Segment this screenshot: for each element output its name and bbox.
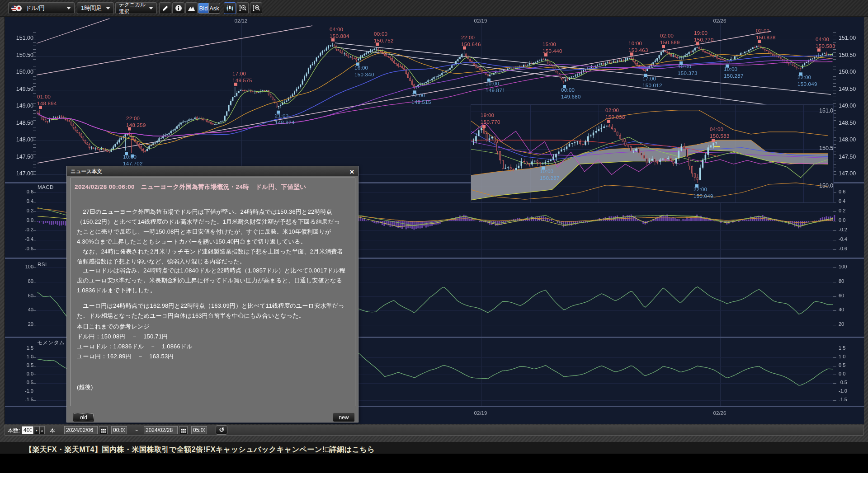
news-body-line: 度のユーロ安水準だった。米長期金利の上昇に伴ってドル買い圧力が高まると、日通し安…	[77, 277, 342, 285]
news-body-line: ドル円：150.08円 － 150.71円	[77, 333, 168, 341]
to-date-input[interactable]	[144, 426, 178, 434]
app-window: ドル/円 1時間足 テクニカル選択 Bid Ask	[0, 0, 868, 488]
toolbar: ドル/円 1時間足 テクニカル選択 Bid Ask	[0, 0, 868, 17]
news-body-line: たことに売りで反応し、一時150.08円と本日安値を付けたが、すぐに反発。米10…	[77, 228, 331, 236]
news-body-line: ユーロ円：162.89円 － 163.53円	[77, 352, 174, 361]
reload-button[interactable]: ↺	[216, 425, 227, 435]
bar-count-label: 本数:	[8, 427, 20, 435]
news-body-line: ユーロ円は24時時点では162.98円と22時時点（163.09円）と比べて11…	[77, 302, 344, 310]
news-body-line: 27日のニューヨーク外国為替市場でドル円は下値が堅い。24時時点では150.36…	[77, 208, 332, 216]
bar-unit-label: 本	[50, 427, 55, 435]
news-body-line: なお、24時に発表された2月米リッチモンド連銀製造業指数は予想を上回った半面、2…	[77, 248, 343, 256]
news-body-line: 4.30%台まで上昇したこともショートカバーを誘い150.40円台まで切り返して…	[77, 238, 307, 246]
from-time-input[interactable]	[111, 426, 127, 434]
news-body-line: （150.22円）と比べて14銭程度のドル高水準だった。1月米耐久財受注額が予想…	[77, 218, 340, 226]
campaign-banner-text: 【楽天FX・楽天MT4】国内株・米国株取引で全額2倍!FXキャッシュバックキャン…	[25, 445, 375, 454]
ask-button[interactable]: Ask	[209, 3, 220, 14]
zoom-out-vertical-button[interactable]	[236, 2, 249, 14]
to-time-input[interactable]	[191, 426, 207, 434]
news-body-line: 本日これまでの参考レンジ	[77, 323, 150, 331]
zoom-in-icon	[252, 5, 260, 12]
info-icon	[175, 5, 182, 12]
calendar-icon	[101, 427, 106, 433]
new-news-button[interactable]: new	[333, 413, 355, 422]
chart-range-bar: 本数: ▼ ▲ 本 ~ ↺	[5, 425, 863, 436]
calendar-icon	[181, 427, 186, 433]
news-body-line: 信頼感指数は予想より弱いなど、強弱入り混じる内容だった。	[77, 258, 245, 266]
currency-pair-label: ドル/円	[25, 4, 45, 12]
range-tilde: ~	[135, 427, 138, 433]
currency-pair-select[interactable]: ドル/円	[8, 2, 75, 14]
bottom-black-area	[0, 454, 868, 473]
old-news-button[interactable]: old	[73, 413, 94, 422]
news-headline: 2024/02/28 00:06:00 ニューヨーク外国為替市場概況・24時 ド…	[75, 183, 306, 191]
zoom-out-icon	[239, 5, 247, 12]
chevron-down-icon	[106, 7, 110, 9]
news-popup-titlebar[interactable]: ニュース本文 ✕	[67, 166, 358, 176]
draw-tool-button[interactable]	[159, 2, 171, 14]
news-popup-content: 2024/02/28 00:06:00 ニューヨーク外国為替市場概況・24時 ド…	[70, 178, 355, 406]
technical-select-label: テクニカル選択	[119, 1, 149, 15]
timeframe-label: 1時間足	[81, 4, 102, 12]
chart-type-button[interactable]	[224, 2, 236, 14]
technical-select-button[interactable]: テクニカル選択	[115, 2, 157, 14]
reload-icon: ↺	[219, 426, 224, 433]
from-date-calendar-button[interactable]	[99, 426, 108, 434]
chevron-down-icon	[66, 7, 71, 9]
news-body-line: (越後)	[77, 383, 93, 391]
news-popup-title: ニュース本文	[71, 169, 102, 174]
count-increase-button[interactable]: ▲	[39, 426, 45, 434]
news-body-line: た。ドル相場となったためユーロ円自体は163円台前半を中心にもみ合いとなった。	[77, 312, 305, 320]
news-body-line: 1.0836ドルまで下押しした。	[77, 286, 156, 295]
pencil-icon	[162, 5, 169, 12]
bar-count-input[interactable]	[22, 426, 33, 434]
news-popup: ニュース本文 ✕ 2024/02/28 00:06:00 ニューヨーク外国為替市…	[66, 166, 359, 422]
close-icon[interactable]: ✕	[349, 167, 354, 177]
bottom-white-area	[0, 473, 868, 488]
campaign-banner[interactable]: 【楽天FX・楽天MT4】国内株・米国株取引で全額2倍!FXキャッシュバックキャン…	[0, 442, 868, 454]
area-chart-icon	[188, 5, 195, 11]
area-chart-button[interactable]	[185, 2, 198, 14]
to-date-calendar-button[interactable]	[179, 426, 188, 434]
chevron-down-icon	[149, 7, 153, 9]
bid-label: Bid	[199, 5, 208, 12]
from-date-input[interactable]	[64, 426, 98, 434]
jp-flag-icon	[16, 5, 22, 11]
ask-label: Ask	[209, 5, 219, 12]
timeframe-select[interactable]: 1時間足	[77, 2, 114, 14]
count-decrease-button[interactable]: ▼	[34, 426, 39, 434]
info-button[interactable]	[172, 2, 184, 14]
news-body-line: ユーロドルは弱含み。24時時点では1.0840ドルと22時時点（1.0857ドル…	[77, 267, 345, 275]
bid-button[interactable]: Bid	[198, 3, 209, 14]
candle-chart-icon	[226, 5, 234, 12]
zoom-in-vertical-button[interactable]	[250, 2, 262, 14]
news-body-line: ユーロドル：1.0836ドル － 1.0866ドル	[77, 343, 193, 351]
